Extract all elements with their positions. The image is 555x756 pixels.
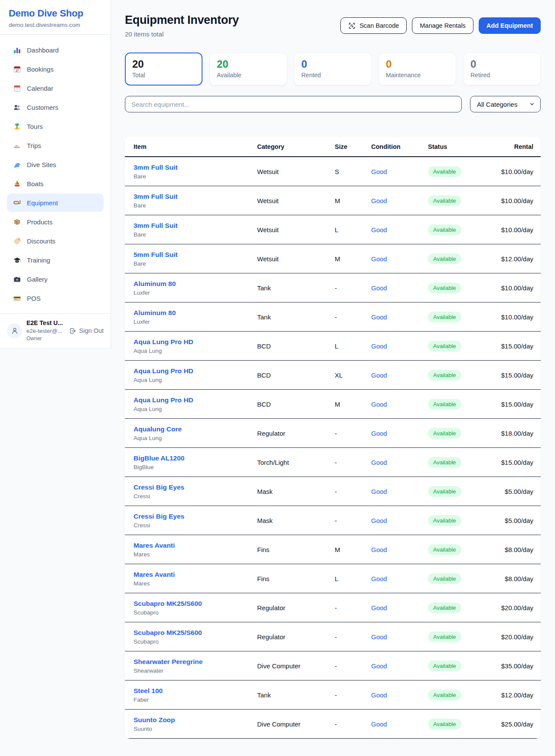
item-name-link[interactable]: Steel 100 bbox=[134, 686, 163, 695]
condition-link[interactable]: Good bbox=[371, 401, 387, 408]
condition-link[interactable]: Good bbox=[371, 604, 387, 611]
condition-link[interactable]: Good bbox=[371, 430, 387, 437]
user-email: e2e-tester@... bbox=[26, 328, 65, 335]
boats-icon bbox=[13, 180, 21, 188]
rental-price: $10.00/day bbox=[501, 168, 533, 175]
condition-link[interactable]: Good bbox=[371, 662, 387, 670]
sidebar-item-trips[interactable]: Trips bbox=[7, 136, 104, 154]
item-brand: Bare bbox=[134, 231, 248, 238]
tours-icon bbox=[13, 122, 21, 131]
sidebar-item-products[interactable]: Products bbox=[7, 213, 104, 231]
item-name-link[interactable]: 5mm Full Suit bbox=[134, 250, 178, 259]
item-category: Tank bbox=[253, 302, 330, 332]
condition-link[interactable]: Good bbox=[371, 197, 387, 204]
main-content: Equipment Inventory 20 items total Scan … bbox=[111, 0, 555, 751]
sign-out-button[interactable]: Sign Out bbox=[69, 327, 104, 335]
user-name: E2E Test U... bbox=[26, 319, 65, 327]
condition-link[interactable]: Good bbox=[371, 255, 387, 263]
stat-card-rented[interactable]: 0 Rented bbox=[294, 53, 372, 85]
filter-bar: All Categories bbox=[125, 96, 541, 112]
sidebar-item-label: Training bbox=[27, 256, 50, 264]
table-row: Cressi Big Eyes Cressi Mask - Good Avail… bbox=[125, 477, 541, 506]
page-title: Equipment Inventory bbox=[125, 13, 239, 27]
item-name-link[interactable]: 3mm Full Suit bbox=[134, 163, 178, 172]
condition-link[interactable]: Good bbox=[371, 313, 387, 321]
add-equipment-button[interactable]: Add Equipment bbox=[479, 17, 541, 34]
brand-name[interactable]: Demo Dive Shop bbox=[9, 8, 102, 19]
condition-link[interactable]: Good bbox=[371, 546, 387, 553]
rental-price: $10.00/day bbox=[501, 284, 533, 292]
bookings-icon bbox=[13, 65, 21, 73]
condition-link[interactable]: Good bbox=[371, 488, 387, 495]
item-category: Mask bbox=[253, 477, 330, 506]
condition-link[interactable]: Good bbox=[371, 517, 387, 524]
item-name-link[interactable]: Aqua Lung Pro HD bbox=[134, 337, 193, 346]
sidebar-item-bookings[interactable]: Bookings bbox=[7, 60, 104, 78]
scan-barcode-button[interactable]: Scan Barcode bbox=[340, 17, 407, 34]
condition-link[interactable]: Good bbox=[371, 168, 387, 175]
item-category: Wetsuit bbox=[253, 157, 330, 186]
condition-link[interactable]: Good bbox=[371, 226, 387, 233]
item-name-link[interactable]: Aluminum 80 bbox=[134, 308, 176, 317]
item-name-link[interactable]: Cressi Big Eyes bbox=[134, 512, 184, 521]
item-name-link[interactable]: Mares Avanti bbox=[134, 541, 175, 550]
condition-link[interactable]: Good bbox=[371, 284, 387, 292]
item-name-link[interactable]: Aqua Lung Pro HD bbox=[134, 366, 193, 375]
item-name-link[interactable]: Suunto Zoop bbox=[134, 715, 175, 724]
item-name-link[interactable]: BigBlue AL1200 bbox=[134, 454, 184, 463]
item-name-link[interactable]: Aluminum 80 bbox=[134, 279, 176, 288]
item-brand: Bare bbox=[134, 202, 248, 209]
item-name-link[interactable]: Scubapro MK25/S600 bbox=[134, 599, 202, 608]
condition-link[interactable]: Good bbox=[371, 371, 387, 379]
products-icon bbox=[13, 218, 21, 226]
manage-rentals-button[interactable]: Manage Rentals bbox=[412, 17, 473, 34]
sidebar-item-gallery[interactable]: Gallery bbox=[7, 270, 104, 288]
item-brand: Scubapro bbox=[134, 609, 248, 616]
item-name-link[interactable]: 3mm Full Suit bbox=[134, 221, 178, 230]
condition-link[interactable]: Good bbox=[371, 691, 387, 699]
item-name-link[interactable]: Shearwater Peregrine bbox=[134, 657, 202, 666]
item-name-link[interactable]: Aqualung Core bbox=[134, 424, 182, 434]
item-category: Tank bbox=[253, 273, 330, 302]
item-category: Dive Computer bbox=[253, 710, 330, 739]
rental-price: $20.00/day bbox=[501, 633, 533, 641]
table-row: Aqua Lung Pro HD Aqua Lung BCD L Good Av… bbox=[125, 332, 541, 361]
sidebar-item-dashboard[interactable]: Dashboard bbox=[7, 41, 104, 59]
sidebar-item-discounts[interactable]: Discounts bbox=[7, 232, 104, 250]
sign-out-label: Sign Out bbox=[79, 327, 104, 334]
condition-link[interactable]: Good bbox=[371, 720, 387, 728]
sidebar-item-tours[interactable]: Tours bbox=[7, 117, 104, 135]
status-badge: Available bbox=[428, 544, 461, 555]
sidebar-item-dive-sites[interactable]: Dive Sites bbox=[7, 155, 104, 174]
status-badge: Available bbox=[428, 486, 461, 497]
item-name-link[interactable]: Mares Avanti bbox=[134, 570, 175, 579]
search-input[interactable] bbox=[125, 96, 462, 112]
table-row: Suunto Zoop Suunto Dive Computer - Good … bbox=[125, 710, 541, 739]
sidebar-item-equipment[interactable]: Equipment bbox=[7, 194, 104, 212]
sidebar-item-customers[interactable]: Customers bbox=[7, 98, 104, 116]
stat-card-maintenance[interactable]: 0 Maintenance bbox=[379, 53, 456, 85]
condition-link[interactable]: Good bbox=[371, 633, 387, 641]
category-select[interactable]: All Categories bbox=[470, 96, 541, 112]
item-name-link[interactable]: Cressi Big Eyes bbox=[134, 483, 184, 492]
status-badge: Available bbox=[428, 224, 461, 235]
sidebar-item-boats[interactable]: Boats bbox=[7, 174, 104, 193]
item-name-link[interactable]: 3mm Full Suit bbox=[134, 192, 178, 201]
stat-card-retired[interactable]: 0 Retired bbox=[463, 53, 541, 85]
item-category: BCD bbox=[253, 332, 330, 361]
stat-card-total[interactable]: 20 Total bbox=[125, 53, 202, 85]
stat-label: Total bbox=[132, 72, 195, 79]
item-size: - bbox=[330, 622, 367, 651]
column-header-status: Status bbox=[424, 137, 489, 157]
stat-label: Available bbox=[217, 72, 280, 79]
condition-link[interactable]: Good bbox=[371, 575, 387, 582]
condition-link[interactable]: Good bbox=[371, 459, 387, 466]
sidebar-item-pos[interactable]: POS bbox=[7, 289, 104, 307]
condition-link[interactable]: Good bbox=[371, 342, 387, 350]
item-name-link[interactable]: Aqua Lung Pro HD bbox=[134, 395, 193, 404]
sidebar-item-calendar[interactable]: Calendar bbox=[7, 79, 104, 97]
sidebar-item-training[interactable]: Training bbox=[7, 251, 104, 269]
item-name-link[interactable]: Scubapro MK25/S600 bbox=[134, 628, 202, 637]
stat-card-available[interactable]: 20 Available bbox=[209, 53, 287, 85]
status-badge: Available bbox=[428, 166, 461, 177]
